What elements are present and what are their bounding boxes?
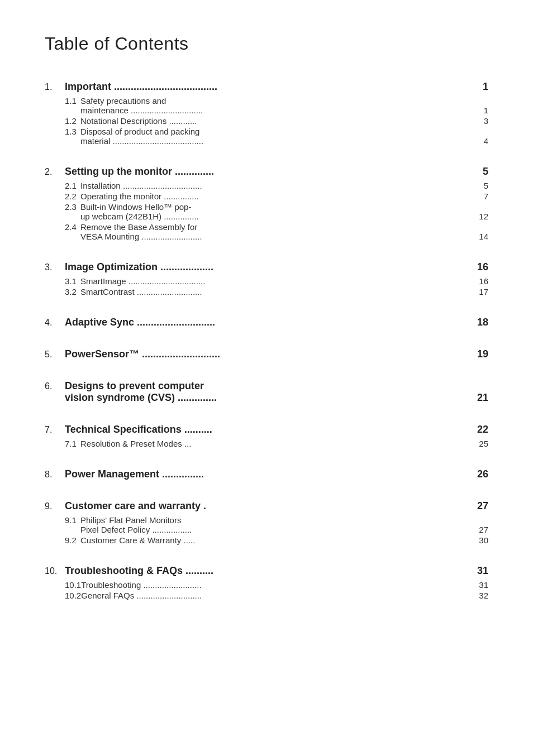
toc-title-5: PowerSensor™ ...........................… [65,348,488,360]
toc-number-6: 6. [45,381,65,391]
toc-main-entry-6: 6.Designs to prevent computervision synd… [45,380,488,404]
toc-title-3: Image Optimization ...................16 [65,261,488,273]
toc-sub-entry-2-1: 2.1Installation ........................… [65,181,488,190]
toc-sub-number-1-3: 1.3 [65,127,80,136]
toc-sub-page-10-1: 31 [474,580,488,590]
toc-sub-number-9-2: 9.2 [65,535,80,545]
toc-sub-page-1-1: 1 [474,106,488,115]
toc-sub-entry-1-2: 1.2Notational Descriptions ............3 [65,116,488,126]
toc-title-9: Customer care and warranty .27 [65,500,488,512]
toc-sub-number-3-2: 3.2 [65,287,80,296]
toc-sub-entry-1-1: 1.1Safety precautions andmaintenance ...… [65,96,488,115]
toc-page-9: 27 [472,500,488,512]
toc-sub-entry-2-4: 2.4Remove the Base Assembly forVESA Moun… [65,222,488,241]
toc-sub-page-1-2: 3 [474,116,488,126]
toc-sub-text-1-1: Safety precautions andmaintenance ......… [80,96,488,115]
toc-section-1: 1.Important ............................… [45,81,488,146]
toc-main-entry-1: 1.Important ............................… [45,81,488,93]
toc-number-9: 9. [45,501,65,511]
toc-section-6: 6.Designs to prevent computervision synd… [45,380,488,404]
toc-page-6: 21 [472,392,488,404]
toc-sub-page-2-4: 14 [474,232,488,241]
toc-sub-number-9-1: 9.1 [65,515,80,525]
toc-sub-text-9-1: Philips' Flat Panel MonitorsPixel Defect… [80,515,488,534]
toc-sub-page-10-2: 32 [474,591,488,600]
toc-sub-text-2-4: Remove the Base Assembly forVESA Mountin… [80,222,488,241]
toc-number-8: 8. [45,470,65,480]
page-title: Table of Contents [45,34,488,54]
toc-sub-entry-2-2: 2.2Operating the monitor ...............… [65,192,488,201]
toc-title-2: Setting up the monitor ..............5 [65,166,488,178]
toc-main-entry-10: 10.Troubleshooting & FAQs ..........31 [45,565,488,577]
toc-section-8: 8.Power Management ...............26 [45,468,488,480]
toc-number-5: 5. [45,350,65,360]
toc-number-10: 10. [45,566,65,576]
toc-sub-number-1-1: 1.1 [65,96,80,106]
toc-sub-text-3-2: SmartContrast ..........................… [80,287,488,296]
toc-sub-entry-3-2: 3.2SmartContrast .......................… [65,287,488,296]
toc-main-entry-7: 7.Technical Specifications ..........22 [45,424,488,436]
toc-sub-number-10-1: 10.1 [65,580,81,590]
toc-sub-entry-3-1: 3.1SmartImage ..........................… [65,276,488,286]
toc-sub-text-2-3: Built-in Windows Hello™ pop-up webcam (2… [80,202,488,221]
toc-sub-number-1-2: 1.2 [65,116,80,126]
toc-sub-page-1-3: 4 [474,136,488,146]
toc-main-entry-9: 9.Customer care and warranty .27 [45,500,488,512]
toc-sub-text-1-3: Disposal of product and packingmaterial … [80,127,488,146]
toc-title-6: Designs to prevent computervision syndro… [65,380,488,404]
toc-sub-entry-9-2: 9.2Customer Care & Warranty .....30 [65,535,488,545]
toc-sub-entry-9-1: 9.1Philips' Flat Panel MonitorsPixel Def… [65,515,488,534]
toc-title-1: Important ..............................… [65,81,488,93]
toc-sub-number-2-1: 2.1 [65,181,80,190]
toc-sub-text-2-2: Operating the monitor ...............7 [80,192,488,201]
toc-sub-page-2-3: 12 [474,212,488,221]
toc-number-2: 2. [45,167,65,177]
toc-subsections-3: 3.1SmartImage ..........................… [45,276,488,296]
toc-container: 1.Important ............................… [45,81,488,600]
toc-sub-text-2-1: Installation ...........................… [80,181,488,190]
toc-title-4: Adaptive Sync ..........................… [65,317,488,328]
toc-title-7: Technical Specifications ..........22 [65,424,488,436]
toc-sub-text-9-2: Customer Care & Warranty .....30 [80,535,488,545]
toc-sub-number-7-1: 7.1 [65,439,80,448]
toc-number-7: 7. [45,425,65,435]
toc-page-1: 1 [472,81,488,93]
toc-section-7: 7.Technical Specifications ..........227… [45,424,488,448]
toc-page-10: 31 [472,565,488,577]
toc-sub-number-2-3: 2.3 [65,202,80,212]
toc-main-entry-2: 2.Setting up the monitor ..............5 [45,166,488,178]
toc-sub-page-7-1: 25 [474,439,488,448]
toc-sub-entry-10-2: 10.2General FAQs .......................… [65,591,488,600]
toc-section-2: 2.Setting up the monitor ..............5… [45,166,488,241]
toc-number-3: 3. [45,262,65,272]
toc-number-4: 4. [45,318,65,328]
toc-sub-entry-1-3: 1.3Disposal of product and packingmateri… [65,127,488,146]
toc-page-2: 5 [472,166,488,178]
toc-main-entry-5: 5.PowerSensor™ .........................… [45,348,488,360]
toc-sub-page-3-1: 16 [474,276,488,286]
toc-sub-number-3-1: 3.1 [65,276,80,286]
toc-sub-page-2-1: 5 [474,181,488,190]
toc-main-entry-3: 3.Image Optimization ...................… [45,261,488,273]
toc-subsections-1: 1.1Safety precautions andmaintenance ...… [45,96,488,146]
toc-title-8: Power Management ...............26 [65,468,488,480]
toc-sub-entry-10-1: 10.1Troubleshooting ....................… [65,580,488,590]
toc-subsections-7: 7.1Resolution & Preset Modes ...25 [45,439,488,448]
toc-main-entry-8: 8.Power Management ...............26 [45,468,488,480]
toc-sub-page-9-2: 30 [474,535,488,545]
toc-sub-number-2-2: 2.2 [65,192,80,201]
toc-page-4: 18 [472,317,488,328]
toc-sub-text-10-1: Troubleshooting ........................… [81,580,488,590]
toc-page-8: 26 [472,468,488,480]
toc-sub-entry-7-1: 7.1Resolution & Preset Modes ...25 [65,439,488,448]
toc-section-3: 3.Image Optimization ...................… [45,261,488,296]
toc-sub-text-3-1: SmartImage .............................… [80,276,488,286]
toc-subsections-9: 9.1Philips' Flat Panel MonitorsPixel Def… [45,515,488,545]
toc-sub-page-2-2: 7 [474,192,488,201]
toc-sub-text-7-1: Resolution & Preset Modes ...25 [80,439,488,448]
toc-sub-text-1-2: Notational Descriptions ............3 [80,116,488,126]
toc-section-4: 4.Adaptive Sync ........................… [45,317,488,328]
toc-sub-page-3-2: 17 [474,287,488,296]
toc-page-7: 22 [472,424,488,436]
toc-number-1: 1. [45,82,65,92]
